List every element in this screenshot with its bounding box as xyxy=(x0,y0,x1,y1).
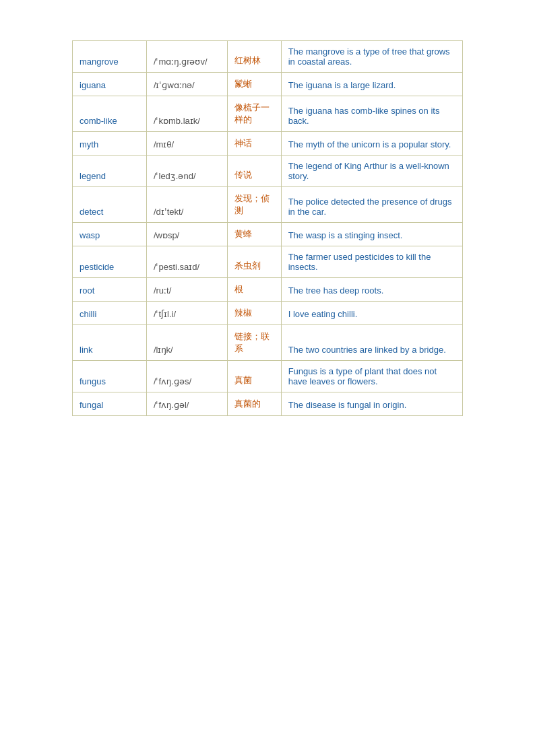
example-cell: The myth of the unicorn is a popular sto… xyxy=(281,132,462,156)
table-row: pesticide/ˈpesti.saɪd/杀虫剂The farmer used… xyxy=(73,246,463,278)
chinese-cell: 发现；侦测 xyxy=(227,187,281,223)
chinese-cell: 传说 xyxy=(227,156,281,187)
table-row: legend/ˈledʒ.ənd/传说The legend of King Ar… xyxy=(73,156,463,187)
table-row: link/lɪŋk/链接；联系The two countries are lin… xyxy=(73,325,463,361)
word-cell: mangrove xyxy=(73,41,147,73)
example-cell: The legend of King Arthur is a well-know… xyxy=(281,156,462,187)
chinese-cell: 杀虫剂 xyxy=(227,246,281,278)
phonetic-cell: /wɒsp/ xyxy=(146,223,227,246)
phonetic-cell: /ˈledʒ.ənd/ xyxy=(146,156,227,187)
table-row: fungus/ˈfʌŋ.ɡəs/真菌Fungus is a type of pl… xyxy=(73,361,463,392)
example-cell: The iguana has comb-like spines on its b… xyxy=(281,96,462,132)
phonetic-cell: /ˈtʃɪl.i/ xyxy=(146,302,227,325)
table-row: root/ruːt/根The tree has deep roots. xyxy=(73,278,463,302)
phonetic-cell: /ˈkɒmb.laɪk/ xyxy=(146,96,227,132)
phonetic-cell: /mɪθ/ xyxy=(146,132,227,156)
table-row: fungal/ˈfʌŋ.ɡəl/真菌的The disease is fungal… xyxy=(73,392,463,416)
chinese-cell: 像梳子一样的 xyxy=(227,96,281,132)
table-row: wasp/wɒsp/黄蜂The wasp is a stinging insec… xyxy=(73,223,463,246)
word-cell: fungus xyxy=(73,361,147,392)
example-cell: I love eating chilli. xyxy=(281,302,462,325)
vocabulary-table: mangrove/ˈmɑːŋ.ɡrəʊv/红树林The mangrove is … xyxy=(72,40,463,416)
example-cell: The mangrove is a type of tree that grow… xyxy=(281,41,462,73)
phonetic-cell: /ruːt/ xyxy=(146,278,227,302)
table-row: chilli/ˈtʃɪl.i/辣椒I love eating chilli. xyxy=(73,302,463,325)
word-cell: comb-like xyxy=(73,96,147,132)
chinese-cell: 神话 xyxy=(227,132,281,156)
word-cell: pesticide xyxy=(73,246,147,278)
word-cell: fungal xyxy=(73,392,147,416)
example-cell: The police detected the presence of drug… xyxy=(281,187,462,223)
chinese-cell: 辣椒 xyxy=(227,302,281,325)
table-row: comb-like/ˈkɒmb.laɪk/像梳子一样的The iguana ha… xyxy=(73,96,463,132)
phonetic-cell: /ˈpesti.saɪd/ xyxy=(146,246,227,278)
table-row: myth/mɪθ/神话The myth of the unicorn is a … xyxy=(73,132,463,156)
chinese-cell: 根 xyxy=(227,278,281,302)
example-cell: The farmer used pesticides to kill the i… xyxy=(281,246,462,278)
table-row: detect/dɪˈtekt/发现；侦测The police detected … xyxy=(73,187,463,223)
chinese-cell: 红树林 xyxy=(227,41,281,73)
word-cell: myth xyxy=(73,132,147,156)
word-cell: chilli xyxy=(73,302,147,325)
phonetic-cell: /ˈmɑːŋ.ɡrəʊv/ xyxy=(146,41,227,73)
word-cell: detect xyxy=(73,187,147,223)
chinese-cell: 链接；联系 xyxy=(227,325,281,361)
chinese-cell: 真菌的 xyxy=(227,392,281,416)
phonetic-cell: /ɪˈɡwɑːnə/ xyxy=(146,73,227,96)
chinese-cell: 鬣蜥 xyxy=(227,73,281,96)
phonetic-cell: /dɪˈtekt/ xyxy=(146,187,227,223)
word-cell: wasp xyxy=(73,223,147,246)
phonetic-cell: /ˈfʌŋ.ɡəl/ xyxy=(146,392,227,416)
word-cell: legend xyxy=(73,156,147,187)
word-cell: root xyxy=(73,278,147,302)
chinese-cell: 真菌 xyxy=(227,361,281,392)
chinese-cell: 黄蜂 xyxy=(227,223,281,246)
phonetic-cell: /lɪŋk/ xyxy=(146,325,227,361)
example-cell: The two countries are linked by a bridge… xyxy=(281,325,462,361)
example-cell: The iguana is a large lizard. xyxy=(281,73,462,96)
example-cell: The disease is fungal in origin. xyxy=(281,392,462,416)
example-cell: Fungus is a type of plant that does not … xyxy=(281,361,462,392)
phonetic-cell: /ˈfʌŋ.ɡəs/ xyxy=(146,361,227,392)
table-row: iguana/ɪˈɡwɑːnə/鬣蜥The iguana is a large … xyxy=(73,73,463,96)
example-cell: The tree has deep roots. xyxy=(281,278,462,302)
table-row: mangrove/ˈmɑːŋ.ɡrəʊv/红树林The mangrove is … xyxy=(73,41,463,73)
word-cell: iguana xyxy=(73,73,147,96)
word-cell: link xyxy=(73,325,147,361)
example-cell: The wasp is a stinging insect. xyxy=(281,223,462,246)
